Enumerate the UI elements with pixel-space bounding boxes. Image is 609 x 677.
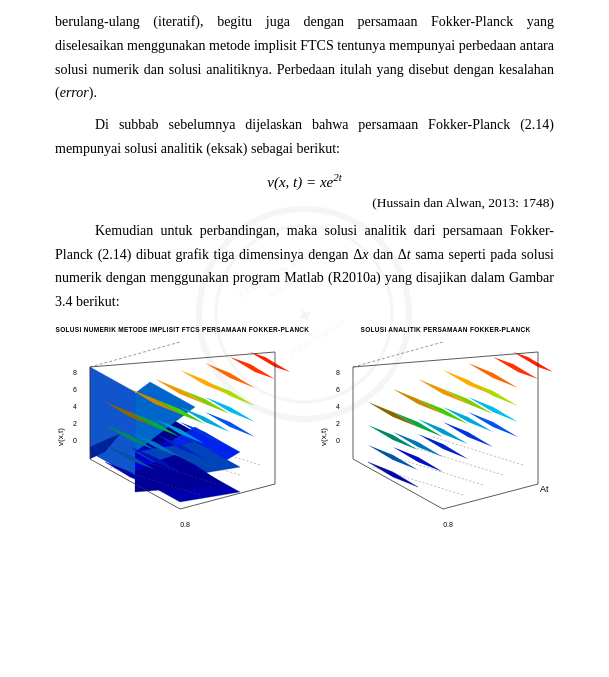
graph-1: SOLUSI NUMERIK METODE IMPLISIT FTCS PERS… bbox=[55, 326, 310, 532]
svg-line-93 bbox=[433, 437, 523, 465]
p1-text: berulang-ulang (iteratif), begitu juga d… bbox=[55, 14, 554, 100]
graph-2: SOLUSI ANALITIK PERSAMAAN FOKKER-PLANCK bbox=[318, 326, 573, 532]
svg-text:0: 0 bbox=[336, 437, 340, 444]
formula-exponent: 2t bbox=[333, 171, 342, 183]
svg-marker-73 bbox=[393, 412, 443, 437]
svg-marker-19 bbox=[90, 367, 135, 477]
graph-2-svg: v(x,t) 8 6 4 2 0 0.8 At bbox=[318, 337, 573, 532]
svg-text:6: 6 bbox=[336, 386, 340, 393]
svg-text:2: 2 bbox=[73, 420, 77, 427]
svg-text:0: 0 bbox=[73, 437, 77, 444]
svg-line-86 bbox=[443, 484, 538, 509]
svg-marker-74 bbox=[418, 399, 468, 424]
svg-text:2: 2 bbox=[336, 420, 340, 427]
svg-marker-79 bbox=[418, 379, 468, 404]
graph-1-title: SOLUSI NUMERIK METODE IMPLISIT FTCS PERS… bbox=[56, 326, 310, 333]
formula-text: v(x, t) = xe2t bbox=[267, 174, 342, 190]
svg-text:v(x,t): v(x,t) bbox=[319, 428, 328, 446]
svg-line-92 bbox=[413, 447, 503, 475]
paragraph-1: berulang-ulang (iteratif), begitu juga d… bbox=[55, 10, 554, 105]
graph-1-svg: v(x,t) 8 6 4 2 0 0.8 bbox=[55, 337, 310, 532]
svg-marker-71 bbox=[468, 397, 518, 422]
graph-2-title: SOLUSI ANALITIK PERSAMAAN FOKKER-PLANCK bbox=[361, 326, 531, 333]
formula-display: v(x, t) = xe2t bbox=[55, 171, 554, 191]
svg-text:8: 8 bbox=[73, 369, 77, 376]
paragraph-2: Di subbab sebelumnya dijelaskan bahwa pe… bbox=[55, 113, 554, 161]
svg-marker-77 bbox=[368, 402, 418, 427]
svg-marker-80 bbox=[443, 370, 493, 395]
page-content: berulang-ulang (iteratif), begitu juga d… bbox=[55, 10, 554, 532]
p3-text: Kemudian untuk perbandingan, maka solusi… bbox=[55, 223, 554, 309]
p2-text: Di subbab sebelumnya dijelaskan bahwa pe… bbox=[55, 117, 554, 156]
graph-2-svg-container: v(x,t) 8 6 4 2 0 0.8 At bbox=[318, 337, 573, 532]
svg-marker-31 bbox=[205, 397, 255, 422]
p1-end: ). bbox=[89, 85, 97, 100]
svg-marker-78 bbox=[393, 389, 443, 414]
graph-1-svg-container: v(x,t) 8 6 4 2 0 0.8 bbox=[55, 337, 310, 532]
svg-text:0.8: 0.8 bbox=[443, 521, 453, 528]
svg-text:4: 4 bbox=[73, 403, 77, 410]
graphs-section: SOLUSI NUMERIK METODE IMPLISIT FTCS PERS… bbox=[55, 326, 554, 532]
svg-text:0.8: 0.8 bbox=[180, 521, 190, 528]
citation: (Hussain dan Alwan, 2013: 1748) bbox=[55, 195, 554, 211]
p1-error: error bbox=[60, 85, 89, 100]
svg-text:6: 6 bbox=[73, 386, 77, 393]
svg-marker-40 bbox=[180, 370, 230, 395]
svg-text:4: 4 bbox=[336, 403, 340, 410]
svg-text:At: At bbox=[540, 484, 549, 494]
svg-marker-72 bbox=[368, 425, 418, 450]
svg-text:8: 8 bbox=[336, 369, 340, 376]
citation-text: (Hussain dan Alwan, 2013: 1748) bbox=[372, 195, 554, 210]
svg-text:v(x,t): v(x,t) bbox=[56, 428, 65, 446]
paragraph-3: Kemudian untuk perbandingan, maka solusi… bbox=[55, 219, 554, 314]
